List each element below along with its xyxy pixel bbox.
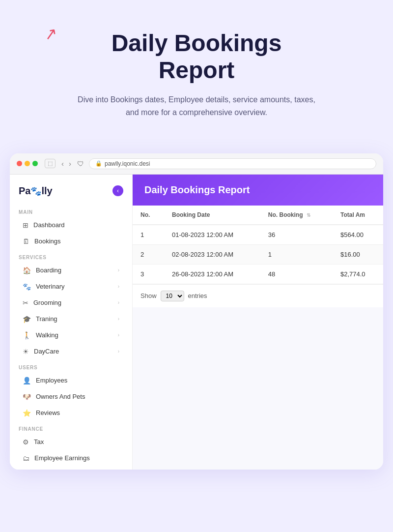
sidebar-item-label: Employee Earnings [34,454,119,462]
cell-date: 01-08-2023 12:00 AM [164,225,260,245]
address-bar[interactable]: 🔒 pawlly.iqonic.desi [89,158,376,169]
maximize-button[interactable] [32,161,38,166]
paw-icon: 🐾 [30,186,41,196]
boarding-icon: 🏠 [23,266,31,274]
sidebar-item-label: Grooming [33,299,113,306]
section-label-reports: REPORTS [10,467,132,470]
sidebar-item-boarding[interactable]: 🏠 Boarding › [14,263,128,278]
sidebar-item-label: Reviews [36,409,119,416]
table-row: 2 02-08-2023 12:00 AM 1 $16.00 [133,244,383,264]
owners-pets-icon: 🐶 [23,393,31,401]
sidebar: Pa🐾lly ‹ MAIN ⊞ Dashboard 🗓 Bookings SER… [10,175,133,470]
sidebar-item-training[interactable]: 🎓 Traning › [14,311,128,327]
sidebar-item-label: DayCare [34,348,113,355]
cell-bookings: 36 [260,225,333,245]
cell-date: 26-08-2023 12:00 AM [164,264,260,284]
sidebar-item-daycare[interactable]: ☀ DayCare › [14,344,128,359]
cell-no: 3 [133,264,164,284]
section-label-main: MAIN [10,205,132,217]
sidebar-item-bookings[interactable]: 🗓 Bookings [14,234,128,249]
cell-total: $564.00 [333,225,383,245]
sidebar-item-tax[interactable]: ⚙ Tax [14,434,128,450]
cell-no: 2 [133,244,164,264]
browser-chrome: ⬚ ‹ › 🛡 🔒 pawlly.iqonic.desi [10,153,383,175]
url-text: pawlly.iqonic.desi [105,160,150,167]
chevron-right-icon: › [118,316,119,322]
cell-date: 02-08-2023 12:00 AM [164,244,260,264]
table-footer: Show 10 25 50 entries [133,284,383,307]
sidebar-item-label: Traning [36,315,113,323]
cell-total: $16.00 [333,244,383,264]
table-header-row: No. Booking Date No. Booking ⇅ Total Am [133,206,383,225]
walking-icon: 🚶 [23,331,31,339]
section-label-finance: FINANCE [10,421,132,434]
section-label-users: USERS [10,360,132,372]
logo-area: Pa🐾lly ‹ [10,181,132,205]
chevron-right-icon: › [118,349,119,354]
sidebar-item-label: Tax [34,438,119,445]
browser-nav: ‹ › [60,159,72,168]
lock-icon: 🔒 [95,160,102,167]
dashboard-icon: ⊞ [23,221,28,229]
sidebar-item-label: Owners And Pets [36,393,119,400]
sidebar-item-label: Dashboard [33,221,119,229]
sidebar-collapse-button[interactable]: ‹ [112,185,123,196]
close-button[interactable] [17,161,22,166]
hero-section: ↗ Daily BookingsReport Dive into Booking… [0,0,393,139]
logo: Pa🐾lly [19,185,53,197]
sidebar-item-veterinary[interactable]: 🐾 Veterinary › [14,279,128,295]
chevron-right-icon: › [118,332,119,338]
window-controls [17,161,38,166]
chevron-right-icon: › [118,267,119,273]
main-content: Daily Bookings Report No. Booking Date [133,175,383,470]
shield-icon[interactable]: 🛡 [77,160,84,168]
sidebar-item-employees[interactable]: 👤 Employees [14,373,128,388]
show-label: Show [140,292,157,299]
sidebar-item-employee-earnings[interactable]: 🗂 Employee Earnings [14,450,128,466]
col-no: No. [133,206,164,225]
cell-bookings: 1 [260,244,333,264]
sidebar-item-dashboard[interactable]: ⊞ Dashboard [14,217,128,233]
col-no-booking[interactable]: No. Booking ⇅ [260,206,333,225]
grooming-icon: ✂ [23,299,28,307]
entries-select[interactable]: 10 25 50 [161,291,184,301]
app-layout: Pa🐾lly ‹ MAIN ⊞ Dashboard 🗓 Bookings SER… [10,175,383,470]
browser-forward-button[interactable]: › [68,159,72,168]
browser-mockup: ⬚ ‹ › 🛡 🔒 pawlly.iqonic.desi Pa🐾lly ‹ MA… [10,153,383,470]
bookings-icon: 🗓 [23,237,29,245]
col-booking-date[interactable]: Booking Date [164,206,260,225]
training-icon: 🎓 [23,315,31,323]
employee-earnings-icon: 🗂 [23,454,29,462]
bookings-table: No. Booking Date No. Booking ⇅ Total Am [133,206,383,284]
col-total-amount: Total Am [333,206,383,225]
minimize-button[interactable] [25,161,30,166]
cell-no: 1 [133,225,164,245]
sidebar-item-label: Veterinary [36,283,113,290]
chevron-right-icon: › [118,300,119,305]
sidebar-item-label: Walking [36,331,113,339]
sidebar-toggle-button[interactable]: ⬚ [45,159,56,168]
sidebar-item-label: Boarding [36,266,113,274]
sidebar-item-reviews[interactable]: ⭐ Reviews [14,405,128,421]
sort-icon: ⇅ [307,212,310,218]
entries-label: entries [188,292,207,299]
chevron-right-icon: › [118,284,119,289]
table-row: 1 01-08-2023 12:00 AM 36 $564.00 [133,225,383,245]
sidebar-item-grooming[interactable]: ✂ Grooming › [14,295,128,311]
sidebar-item-label: Employees [36,377,119,384]
table-row: 3 26-08-2023 12:00 AM 48 $2,774.0 [133,264,383,284]
daycare-icon: ☀ [23,348,29,355]
section-label-services: SERVICES [10,250,132,262]
cell-total: $2,774.0 [333,264,383,284]
hero-subtitle: Dive into Bookings dates, Employee detai… [74,93,319,118]
browser-back-button[interactable]: ‹ [60,159,65,168]
table-container: No. Booking Date No. Booking ⇅ Total Am [133,206,383,307]
veterinary-icon: 🐾 [23,283,31,291]
tax-icon: ⚙ [23,438,29,446]
employees-icon: 👤 [23,377,31,384]
sidebar-item-walking[interactable]: 🚶 Walking › [14,327,128,343]
reviews-icon: ⭐ [23,409,31,417]
cell-bookings: 48 [260,264,333,284]
decorative-icon: ↗ [43,24,59,44]
sidebar-item-owners-pets[interactable]: 🐶 Owners And Pets [14,389,128,405]
